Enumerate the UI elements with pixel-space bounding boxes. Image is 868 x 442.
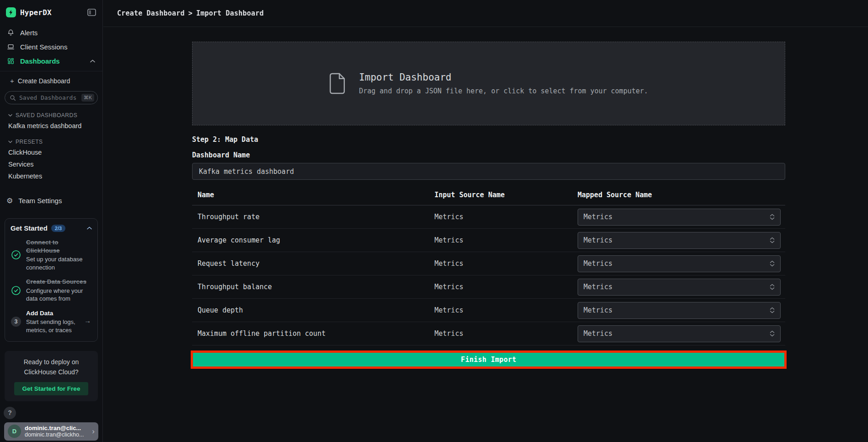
logo-row: HyperDX bbox=[0, 0, 102, 23]
dashboard-name-input[interactable] bbox=[192, 163, 785, 180]
table-row: Throughput rate Metrics Metrics bbox=[192, 205, 785, 229]
step-number-badge: 3 bbox=[11, 309, 21, 334]
step-create-data-sources[interactable]: Create Data Sources Configure where your… bbox=[11, 278, 92, 303]
get-started-steps: Connect to ClickHouse Set up your databa… bbox=[11, 238, 92, 334]
row-name: Throughput rate bbox=[192, 213, 434, 221]
table-row: Throughput balance Metrics Metrics bbox=[192, 275, 785, 299]
step-add-data[interactable]: 3 Add Data Start sending logs, metrics, … bbox=[11, 309, 92, 334]
bell-icon bbox=[7, 29, 15, 37]
unfold-icon bbox=[770, 214, 775, 220]
user-menu[interactable]: D dominic.tran@clic... dominic.tran@clic… bbox=[4, 422, 98, 441]
mapped-source-select[interactable]: Metrics bbox=[578, 279, 781, 296]
step-title: Create Data Sources bbox=[26, 278, 92, 286]
sidebar-item-client-sessions[interactable]: Client Sessions bbox=[0, 40, 102, 54]
breadcrumb-import-dashboard: Import Dashboard bbox=[196, 9, 264, 17]
select-value: Metrics bbox=[584, 329, 612, 338]
nav-label: Alerts bbox=[20, 29, 38, 37]
user-name: dominic.tran@clic... bbox=[25, 425, 84, 431]
row-input-source: Metrics bbox=[434, 306, 578, 314]
chevron-right-icon: › bbox=[92, 427, 95, 436]
row-name: Request latency bbox=[192, 259, 434, 268]
chevron-down-icon bbox=[8, 114, 12, 117]
sidebar-item-services[interactable]: Services bbox=[0, 158, 102, 170]
help-button[interactable]: ? bbox=[4, 407, 16, 419]
arrow-right-icon[interactable]: → bbox=[84, 317, 91, 324]
dropzone-title: Import Dashboard bbox=[359, 72, 648, 83]
collapse-sidebar-icon[interactable] bbox=[87, 9, 96, 16]
step-desc: Set up your database connection bbox=[26, 255, 92, 271]
gear-icon: ⚙ bbox=[6, 197, 13, 205]
import-dropzone[interactable]: Import Dashboard Drag and drop a JSON fi… bbox=[192, 42, 785, 125]
step-title: Connect to ClickHouse bbox=[26, 238, 92, 254]
clickhouse-cloud-card: Ready to deploy on ClickHouse Cloud? Get… bbox=[5, 351, 98, 401]
progress-badge: 2/3 bbox=[51, 225, 65, 232]
sidebar-item-kubernetes[interactable]: Kubernetes bbox=[0, 170, 102, 182]
step-title: Add Data bbox=[26, 309, 92, 318]
step-desc: Configure where your data comes from bbox=[26, 287, 92, 303]
mapped-source-select[interactable]: Metrics bbox=[578, 232, 781, 249]
file-icon bbox=[329, 73, 346, 94]
row-input-source: Metrics bbox=[434, 213, 578, 221]
row-name: Queue depth bbox=[192, 306, 434, 314]
search-icon bbox=[10, 95, 16, 101]
select-value: Metrics bbox=[584, 283, 612, 291]
mapped-source-select[interactable]: Metrics bbox=[578, 209, 781, 226]
mapping-table: Name Input Source Name Mapped Source Nam… bbox=[192, 185, 785, 345]
table-row: Queue depth Metrics Metrics bbox=[192, 299, 785, 322]
sidebar: HyperDX Alerts C bbox=[0, 0, 103, 442]
chevron-up-icon[interactable] bbox=[90, 59, 95, 63]
get-started-card: Get Started 2/3 Connect to ClickHouse Se… bbox=[5, 218, 98, 342]
hyperdx-logo-icon bbox=[6, 7, 16, 17]
sidebar-item-team-settings[interactable]: ⚙ Team Settings bbox=[0, 193, 102, 208]
saved-dashboards-search-input[interactable]: Saved Dashboards ⌘K bbox=[5, 91, 98, 104]
unfold-icon bbox=[770, 307, 775, 313]
chevron-up-icon[interactable] bbox=[87, 226, 92, 230]
sidebar-item-clickhouse[interactable]: ClickHouse bbox=[0, 146, 102, 158]
step-desc: Start sending logs, metrics, or traces bbox=[26, 318, 92, 334]
mapped-source-select[interactable]: Metrics bbox=[578, 255, 781, 272]
annotation-highlight: Finish Import bbox=[191, 350, 787, 369]
cloud-card-text: Ready to deploy on ClickHouse Cloud? bbox=[8, 357, 94, 377]
row-input-source: Metrics bbox=[434, 259, 578, 268]
step-connect-to-clickhouse[interactable]: Connect to ClickHouse Set up your databa… bbox=[11, 238, 92, 271]
get-started-free-button[interactable]: Get Started for Free bbox=[14, 382, 89, 395]
section-saved-dashboards[interactable]: SAVED DASHBOARDS bbox=[0, 105, 102, 120]
row-input-source: Metrics bbox=[434, 283, 578, 291]
select-value: Metrics bbox=[584, 213, 612, 221]
get-started-header[interactable]: Get Started 2/3 bbox=[11, 224, 92, 232]
finish-import-button[interactable]: Finish Import bbox=[193, 353, 784, 367]
search-placeholder: Saved Dashboards bbox=[19, 94, 76, 101]
unfold-icon bbox=[770, 284, 775, 290]
row-name: Maximum offline partition count bbox=[192, 329, 434, 338]
mapped-source-select[interactable]: Metrics bbox=[578, 302, 781, 319]
sidebar-nav: Alerts Client Sessions Dashboards bbox=[0, 23, 102, 71]
nav-label: Client Sessions bbox=[20, 43, 67, 51]
create-dashboard-button[interactable]: + Create Dashboard bbox=[0, 71, 102, 86]
main-content: Import Dashboard Drag and drop a JSON fi… bbox=[103, 27, 868, 369]
select-value: Metrics bbox=[584, 306, 612, 314]
page-header: Create Dashboard>Import Dashboard bbox=[103, 0, 868, 27]
app-title: HyperDX bbox=[20, 8, 52, 17]
unfold-icon bbox=[770, 260, 775, 267]
sidebar-item-alerts[interactable]: Alerts bbox=[0, 26, 102, 40]
select-value: Metrics bbox=[584, 236, 612, 244]
table-row: Request latency Metrics Metrics bbox=[192, 252, 785, 275]
dashboard-name-label: Dashboard Name bbox=[192, 151, 785, 159]
table-row: Maximum offline partition count Metrics … bbox=[192, 322, 785, 345]
row-input-source: Metrics bbox=[434, 236, 578, 244]
team-settings-label: Team Settings bbox=[18, 197, 62, 205]
column-header-mapped-source: Mapped Source Name bbox=[578, 191, 785, 199]
check-circle-icon bbox=[11, 278, 21, 303]
sidebar-item-kafka-metrics-dashboard[interactable]: Kafka metrics dashboard bbox=[0, 120, 102, 132]
sidebar-item-dashboards[interactable]: Dashboards bbox=[0, 54, 102, 68]
row-input-source: Metrics bbox=[434, 329, 578, 338]
create-dashboard-label: Create Dashboard bbox=[18, 77, 70, 85]
breadcrumb-create-dashboard[interactable]: Create Dashboard bbox=[117, 9, 185, 17]
select-value: Metrics bbox=[584, 259, 612, 268]
unfold-icon bbox=[770, 237, 775, 243]
section-presets[interactable]: PRESETS bbox=[0, 132, 102, 146]
table-header-row: Name Input Source Name Mapped Source Nam… bbox=[192, 185, 785, 205]
table-row: Average consumer lag Metrics Metrics bbox=[192, 229, 785, 252]
row-name: Throughput balance bbox=[192, 283, 434, 291]
mapped-source-select[interactable]: Metrics bbox=[578, 325, 781, 342]
